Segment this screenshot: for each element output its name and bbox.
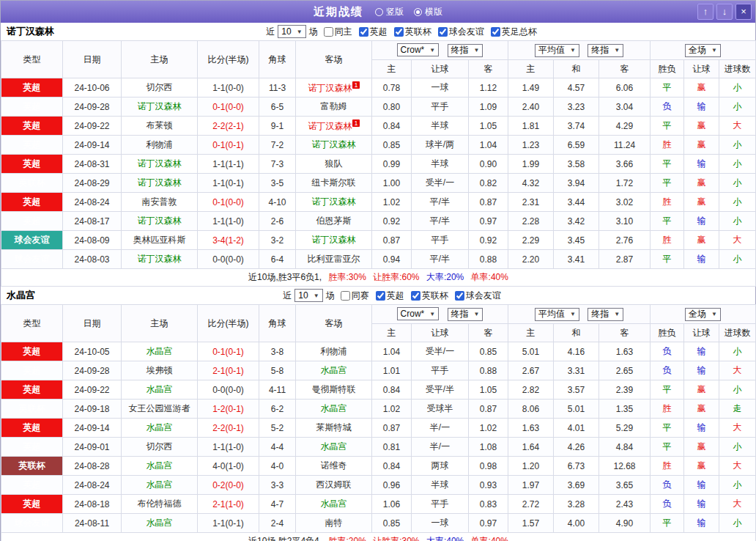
odds-group-header: Crow*▼ 终指▼	[372, 305, 508, 324]
home-team: 水晶宫	[122, 419, 198, 438]
col-home: 主场	[122, 305, 198, 342]
league-filter-input[interactable]	[394, 27, 404, 37]
league-filter-checkbox[interactable]: 英联杯	[406, 290, 448, 302]
avg-odds-home: 1.23	[508, 136, 554, 155]
scope-group-header: 全场▼	[651, 305, 756, 324]
team-section: 诺丁汉森林 近10▼场同主英超英联杯球会友谊英足总杯 类型 日期 主场 比分(半…	[1, 23, 755, 287]
same-filter-input[interactable]	[341, 291, 350, 301]
league-filter-checkbox[interactable]: 球会友谊	[450, 290, 501, 302]
col-date: 日期	[63, 41, 122, 78]
layout-horizontal-radio[interactable]: 横版	[414, 6, 442, 18]
away-team: 莱斯特城	[296, 419, 372, 438]
match-type-badge: 英超	[1, 212, 63, 231]
result-cell: 负	[651, 476, 684, 495]
odds-stage-select[interactable]: 终指▼	[448, 308, 483, 321]
radio-icon[interactable]	[375, 8, 383, 16]
league-filter-input[interactable]	[491, 27, 500, 37]
result-cell: 负	[651, 342, 684, 361]
avg-odds-away: 4.90	[599, 514, 651, 533]
goals-result-cell: 小	[719, 212, 756, 231]
move-down-button[interactable]: ↓	[716, 4, 733, 20]
goals-result-cell: 小	[719, 250, 756, 269]
league-filter-checkbox[interactable]: 英超	[371, 290, 404, 302]
close-button[interactable]: ×	[735, 4, 752, 20]
avg-stage-select[interactable]: 终指▼	[588, 308, 623, 321]
near-label: 近	[266, 26, 275, 38]
handicap-result-cell: 输	[684, 212, 719, 231]
scope-select[interactable]: 全场▼	[685, 308, 721, 321]
summary-record: 近10场,胜2平4负4,	[248, 536, 322, 541]
red-card-badge: 1	[352, 81, 359, 89]
dropdown-arrow-icon: ▼	[429, 311, 435, 317]
odds-home: 0.84	[372, 380, 412, 400]
result-cell: 平	[651, 117, 684, 136]
avg-odds-away: 2.87	[599, 250, 651, 269]
league-filter-checkbox[interactable]: 英超	[354, 26, 388, 38]
avg-odds-away: 1.35	[599, 400, 651, 419]
same-filter-checkbox[interactable]: 同赛	[336, 290, 369, 302]
league-filter-input[interactable]	[455, 291, 464, 301]
league-filter-label: 英联杯	[405, 26, 431, 38]
league-filter-input[interactable]	[376, 291, 385, 301]
section-header: 诺丁汉森林 近10▼场同主英超英联杯球会友谊英足总杯	[1, 23, 755, 40]
match-type-badge: 英超	[1, 419, 63, 438]
odds-away: 1.12	[469, 78, 508, 97]
score: 2-1(0-1)	[198, 361, 259, 380]
bookmaker-select[interactable]: Crow*▼	[397, 307, 440, 320]
avg-odds-away: 2.76	[599, 231, 651, 250]
avg-select[interactable]: 平均值▼	[535, 308, 579, 321]
summary-win-rate: 胜率:30%	[328, 272, 366, 282]
result-cell: 平	[651, 250, 684, 269]
match-date: 24-09-22	[63, 117, 122, 136]
match-date: 24-08-09	[63, 231, 122, 250]
handicap-result-cell: 赢	[684, 174, 719, 193]
league-filter-checkbox[interactable]: 球会友谊	[433, 26, 484, 38]
recent-count-select[interactable]: 10▼	[278, 25, 305, 38]
league-filter-checkbox[interactable]: 英足总杯	[486, 26, 537, 38]
match-type-badge: 英联杯	[1, 174, 63, 193]
odds-away: 0.97	[469, 514, 508, 533]
match-date: 24-09-28	[63, 97, 122, 117]
score: 0-0(0-0)	[198, 380, 259, 400]
match-date: 24-10-06	[63, 78, 122, 97]
layout-vertical-radio[interactable]: 竖版	[375, 6, 404, 18]
col-avg-home: 主	[508, 324, 554, 342]
goals-result-cell: 大	[719, 495, 756, 514]
avg-stage-select[interactable]: 终指▼	[588, 44, 623, 57]
match-type-badge: 英超	[1, 155, 63, 174]
avg-select[interactable]: 平均值▼	[535, 44, 579, 57]
avg-odds-draw: 3.57	[554, 380, 599, 400]
goals-result-cell: 大	[719, 419, 756, 438]
odds-home: 1.02	[372, 193, 412, 212]
avg-odds-draw: 3.58	[554, 155, 599, 174]
col-result: 胜负	[651, 324, 684, 342]
match-type-badge: 球会友谊	[1, 250, 63, 269]
league-filter-input[interactable]	[359, 27, 368, 37]
same-filter-checkbox[interactable]: 同主	[319, 26, 352, 38]
goals-result-cell: 走	[719, 400, 756, 419]
same-filter-input[interactable]	[324, 27, 333, 37]
match-date: 24-09-14	[63, 419, 122, 438]
dropdown-arrow-icon: ▼	[711, 47, 717, 54]
goals-result-cell: 小	[719, 514, 756, 533]
avg-odds-away: 5.29	[599, 419, 651, 438]
odds-home: 1.01	[372, 361, 412, 380]
radio-selected-icon[interactable]	[414, 8, 422, 16]
recent-count-select[interactable]: 10▼	[294, 289, 322, 302]
home-team: 埃弗顿	[122, 361, 198, 380]
league-filter-input[interactable]	[438, 27, 448, 37]
goals-result-cell: 小	[719, 438, 756, 457]
odds-stage-select[interactable]: 终指▼	[448, 44, 483, 57]
scope-select[interactable]: 全场▼	[685, 44, 721, 57]
near-label: 近	[283, 290, 292, 302]
handicap-result-cell: 输	[684, 514, 719, 533]
bookmaker-select[interactable]: Crow*▼	[397, 43, 440, 56]
match-row: 球会友谊24-08-03诺丁汉森林0-0(0-0)6-4比利亚雷亚尔0.94平/…	[1, 250, 756, 269]
col-odds-handicap: 让球	[412, 60, 469, 78]
league-filter-checkbox[interactable]: 英联杯	[389, 26, 431, 38]
summary-record: 近10场,胜3平6负1,	[248, 272, 322, 282]
match-date: 24-08-24	[63, 476, 122, 495]
avg-odds-home: 1.57	[508, 514, 554, 533]
move-up-button[interactable]: ↑	[697, 4, 714, 20]
league-filter-input[interactable]	[411, 291, 420, 301]
